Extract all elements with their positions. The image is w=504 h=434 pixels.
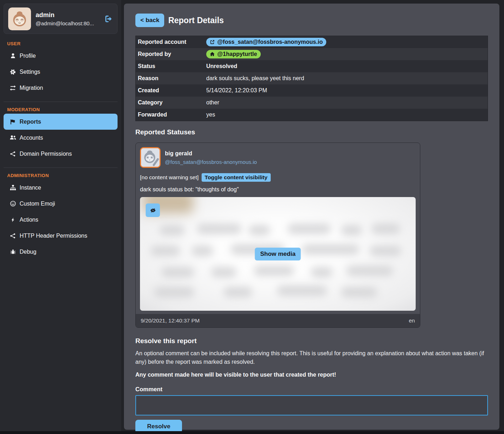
sidebar-item-actions[interactable]: Actions	[4, 212, 118, 228]
media-blur-blob	[341, 287, 377, 298]
swap-arrows-icon	[9, 85, 16, 91]
status-media: Show media	[140, 197, 416, 311]
user-card[interactable]: admin @admin@localhost:80...	[4, 4, 118, 34]
toggle-content-visibility-button[interactable]: Toggle content visibility	[202, 173, 271, 182]
status-content: dark souls status bot: "thoughts of dog"	[140, 186, 416, 193]
sidebar-item-migration[interactable]: Migration	[4, 80, 118, 96]
media-blur-blob	[254, 265, 294, 276]
reported-account-handle: @foss_satan@fossbros-anonymous.io	[217, 39, 323, 45]
sidebar-item-custom-emoji[interactable]: Custom Emoji	[4, 196, 118, 212]
nav-section-administration: ADMINISTRATION Instance	[4, 167, 118, 262]
home-icon	[210, 52, 215, 57]
media-blur-blob	[341, 225, 362, 236]
media-blur-blob	[347, 265, 393, 276]
table-row-category: Category other	[136, 97, 488, 109]
sidebar-item-domain-permissions[interactable]: Domain Permissions	[4, 146, 118, 162]
show-media-button[interactable]: Show media	[255, 248, 301, 260]
resolve-heading: Resolve this report	[135, 337, 488, 345]
media-blur-blob	[161, 267, 194, 278]
sidebar-item-settings[interactable]: Settings	[4, 64, 118, 80]
row-label: Reported account	[136, 39, 206, 45]
share-nodes-icon	[9, 151, 16, 157]
sidebar-item-debug[interactable]: Debug	[4, 244, 118, 260]
row-label: Reason	[136, 75, 206, 82]
admin-avatar	[8, 7, 31, 30]
media-blur-blob	[311, 267, 332, 278]
resolve-description: An optional comment can be included whil…	[135, 349, 488, 366]
table-row-forwarded: Forwarded yes	[136, 109, 488, 121]
sidebar-item-reports[interactable]: Reports	[4, 114, 118, 130]
table-row-reason: Reason dark souls sucks, please yeet thi…	[136, 72, 488, 84]
status-footer: 9/20/2021, 12:40:37 PM en	[136, 314, 420, 327]
sidebar-item-instance[interactable]: Instance	[4, 180, 118, 196]
sidebar-item-label: Debug	[20, 249, 36, 255]
sidebar-item-accounts[interactable]: Accounts	[4, 130, 118, 146]
sidebar-item-http-header-permissions[interactable]: HTTP Header Permissions	[4, 228, 118, 244]
share-nodes-icon	[9, 233, 16, 239]
nav-section-label: MODERATION	[7, 107, 118, 112]
sitemap-icon	[9, 185, 16, 191]
report-details-panel: < back Report Details Reported account @…	[124, 4, 499, 430]
media-blur-blob	[302, 244, 359, 255]
bolt-icon	[9, 217, 16, 223]
media-blur-blob	[288, 223, 331, 234]
table-row-status: Status Unresolved	[136, 60, 488, 72]
reported-by-pill[interactable]: @1happyturtle	[206, 50, 261, 58]
table-row-reported-account: Reported account @foss_satan@fossbros-an…	[136, 36, 488, 48]
sign-out-icon	[104, 15, 113, 23]
sidebar-item-label: Accounts	[20, 135, 43, 141]
comment-label: Comment	[135, 386, 488, 393]
back-button[interactable]: < back	[135, 14, 164, 27]
status-account-link[interactable]: @foss_satan@fossbros-anonymous.io	[165, 159, 257, 165]
row-label: Reported by	[136, 51, 206, 57]
table-row-created: Created 5/14/2022, 12:20:03 PM	[136, 84, 488, 97]
content-warning-row: [no content warning set] Toggle content …	[140, 173, 416, 182]
status-avatar	[140, 147, 161, 168]
media-blur-blob	[154, 287, 194, 298]
nav-section-label: USER	[7, 41, 118, 46]
user-icon	[9, 53, 16, 59]
reason-value: dark souls sucks, please yeet this nerd	[206, 75, 304, 82]
row-label: Forwarded	[136, 112, 206, 118]
media-blur-blob	[371, 223, 400, 234]
comment-input[interactable]	[135, 395, 488, 415]
sidebar: admin @admin@localhost:80... USER Profil…	[0, 0, 121, 431]
table-row-reported-by: Reported by @1happyturtle	[136, 48, 488, 60]
sidebar-item-label: Settings	[20, 69, 40, 75]
media-blur-blob	[151, 246, 180, 256]
eye-slash-icon	[150, 207, 156, 213]
page-footer-strip	[0, 431, 504, 434]
resolve-warning: Any comment made here will be visible to…	[135, 372, 488, 378]
media-blur-blob	[277, 285, 327, 296]
media-blur-blob	[211, 267, 236, 278]
status-header: big gerald @foss_satan@fossbros-anonymou…	[140, 147, 416, 168]
content-warning-label: [no content warning set]	[140, 174, 199, 181]
nav-section-label: ADMINISTRATION	[7, 173, 118, 178]
sidebar-item-label: Instance	[20, 185, 41, 191]
user-handle: @admin@localhost:80...	[36, 20, 94, 26]
gears-icon	[9, 69, 16, 75]
reported-account-pill[interactable]: @foss_satan@fossbros-anonymous.io	[206, 38, 326, 46]
nav-section-moderation: MODERATION Reports Accounts	[4, 102, 118, 164]
row-label: Category	[136, 99, 206, 106]
sidebar-item-label: Reports	[20, 119, 41, 125]
flag-icon	[9, 119, 16, 125]
logout-button[interactable]	[104, 15, 113, 23]
sidebar-item-label: HTTP Header Permissions	[20, 233, 87, 239]
media-blur-blob	[224, 287, 252, 298]
sidebar-item-profile[interactable]: Profile	[4, 48, 118, 64]
media-blur-blob	[370, 246, 401, 256]
sidebar-item-label: Custom Emoji	[20, 201, 55, 207]
users-icon	[9, 135, 16, 141]
reported-by-handle: @1happyturtle	[217, 51, 257, 57]
sidebar-item-label: Profile	[20, 53, 36, 59]
title-row: < back Report Details	[135, 14, 488, 27]
status-value: Unresolved	[206, 63, 237, 69]
reported-status-card: big gerald @foss_satan@fossbros-anonymou…	[135, 143, 420, 328]
hide-media-button[interactable]	[146, 203, 160, 217]
sidebar-item-label: Migration	[20, 85, 43, 91]
category-value: other	[206, 99, 219, 106]
status-display-name: big gerald	[165, 150, 257, 157]
external-link-icon	[210, 40, 215, 45]
row-label: Status	[136, 63, 206, 69]
